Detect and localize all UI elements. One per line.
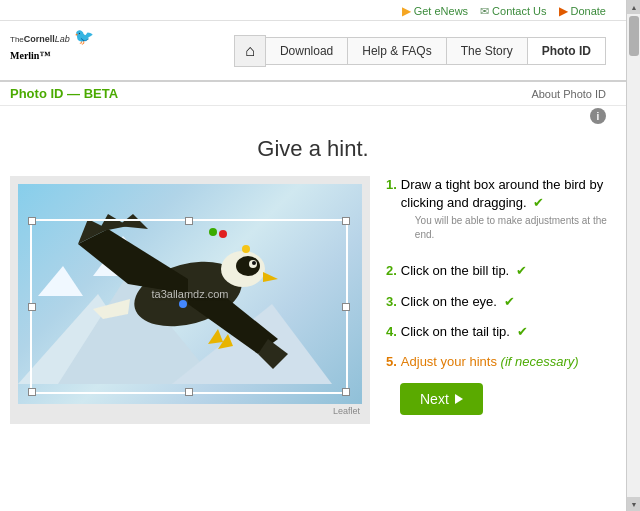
image-container: ta3allamdz.com [10, 176, 370, 424]
step-2-number: 2. [386, 262, 397, 280]
handle-bottom-mid[interactable] [185, 388, 193, 396]
handle-bottom-left[interactable] [28, 388, 36, 396]
bird-logo-icon: 🐦 [74, 28, 94, 45]
scrollbar[interactable]: ▲ ▼ [626, 0, 640, 511]
next-button[interactable]: Next [400, 383, 483, 415]
handle-top-left[interactable] [28, 217, 36, 225]
contact-label: Contact Us [492, 5, 546, 17]
contact-mail-icon: ✉ [480, 5, 489, 18]
logo-nav-bar: TheCornellLab 🐦 Merlin™ ⌂ Download Help … [0, 21, 626, 82]
handle-bottom-right[interactable] [342, 388, 350, 396]
sub-header: Photo ID — BETA About Photo ID [0, 82, 626, 106]
step-1-sub-note: You will be able to make adjustments at … [415, 214, 616, 242]
step-1-text: Draw a tight box around the bird by clic… [401, 177, 603, 210]
svg-marker-5 [263, 272, 278, 282]
handle-top-right[interactable] [342, 217, 350, 225]
nav-bar: ⌂ Download Help & FAQs The Story Photo I… [234, 35, 606, 67]
handle-mid-right[interactable] [342, 303, 350, 311]
about-photo-id-link[interactable]: About Photo ID [531, 88, 606, 100]
nav-help-faqs[interactable]: Help & FAQs [348, 37, 446, 65]
enews-arrow-icon: ▶ [402, 4, 411, 18]
hint-dot-bill[interactable] [242, 245, 250, 253]
step-2: 2. Click on the bill tip. ✔ [386, 262, 616, 280]
step-1-number: 1. [386, 176, 397, 194]
enews-link[interactable]: ▶ Get eNews [402, 4, 468, 18]
step-3-text: Click on the eye. [401, 294, 497, 309]
logo-area: TheCornellLab 🐦 Merlin™ [10, 27, 94, 74]
step-3-check-icon: ✔ [504, 294, 515, 309]
enews-label: Get eNews [414, 5, 468, 17]
step-3: 3. Click on the eye. ✔ [386, 293, 616, 311]
page-title: Give a hint. [0, 126, 626, 176]
svg-marker-13 [208, 329, 223, 344]
nav-download[interactable]: Download [266, 37, 348, 65]
home-icon: ⌂ [245, 42, 255, 60]
bird-image: ta3allamdz.com [18, 184, 362, 404]
info-icon[interactable]: i [590, 108, 606, 124]
step-5-number: 5. [386, 353, 397, 371]
step-4-check-icon: ✔ [517, 324, 528, 339]
step-1-check-icon: ✔ [533, 195, 544, 210]
info-row: i [0, 106, 626, 126]
hint-dot-tail[interactable] [179, 300, 187, 308]
cornell-brand: TheCornellLab 🐦 [10, 27, 94, 46]
donate-arrow-icon: ▶ [559, 4, 568, 18]
scroll-thumb[interactable] [629, 16, 639, 56]
svg-marker-6 [93, 299, 130, 319]
eagle-svg [48, 214, 328, 374]
donate-link[interactable]: ▶ Donate [559, 4, 606, 18]
header-top-links: ▶ Get eNews ✉ Contact Us ▶ Donate [0, 0, 626, 21]
nav-home-button[interactable]: ⌂ [234, 35, 266, 67]
merlin-title: Merlin™ [10, 46, 94, 74]
scroll-down-button[interactable]: ▼ [627, 497, 640, 511]
leaflet-credit: Leaflet [18, 404, 362, 416]
page-wrapper: ▶ Get eNews ✉ Contact Us ▶ Donate TheCor… [0, 0, 640, 434]
svg-marker-7 [78, 229, 188, 294]
nav-photo-id[interactable]: Photo ID [528, 37, 606, 65]
step-5-adjust-text: Adjust your hints [401, 354, 497, 369]
step-5-rest-text: (if necessary) [501, 354, 579, 369]
step-4: 4. Click on the tail tip. ✔ [386, 323, 616, 341]
step-2-check-icon: ✔ [516, 263, 527, 278]
step-5: 5. Adjust your hints (if necessary) [386, 353, 616, 371]
donate-label: Donate [571, 5, 606, 17]
step-1: 1. Draw a tight box around the bird by c… [386, 176, 616, 250]
svg-point-4 [252, 261, 256, 265]
scroll-up-button[interactable]: ▲ [627, 0, 640, 14]
step-4-text: Click on the tail tip. [401, 324, 510, 339]
hint-dot-head[interactable] [209, 228, 217, 236]
main-content: ta3allamdz.com [0, 176, 626, 434]
photo-id-beta-label: Photo ID — BETA [10, 86, 118, 101]
next-arrow-icon [455, 394, 463, 404]
step-2-text: Click on the bill tip. [401, 263, 509, 278]
hint-dot-eye[interactable] [219, 230, 227, 238]
step-4-number: 4. [386, 323, 397, 341]
instructions-panel: 1. Draw a tight box around the bird by c… [386, 176, 616, 424]
nav-the-story[interactable]: The Story [447, 37, 528, 65]
next-button-label: Next [420, 391, 449, 407]
step-3-number: 3. [386, 293, 397, 311]
contact-link[interactable]: ✉ Contact Us [480, 5, 546, 18]
